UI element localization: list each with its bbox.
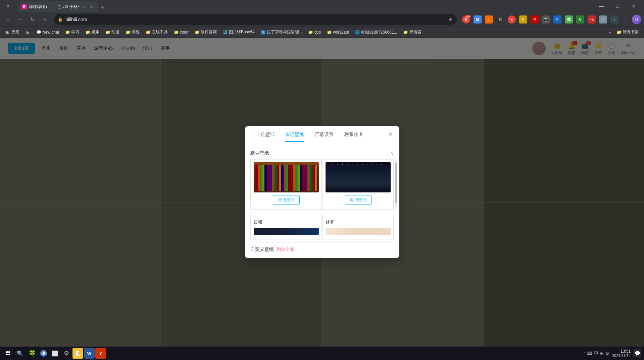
custom-wp-arrow-icon: › xyxy=(392,247,394,252)
apply-wallpaper-bookshelf-btn[interactable]: 应用壁纸 xyxy=(273,195,300,205)
ext-btn-3[interactable]: 1 xyxy=(484,14,494,25)
modal-scrollbar-thumb[interactable] xyxy=(395,163,397,203)
home-button[interactable]: ⌂ xyxy=(39,14,50,25)
minimize-button[interactable]: — xyxy=(594,0,609,12)
bookmark-software[interactable]: 📁 软件官网 xyxy=(192,28,219,36)
entertainment-folder-icon: 📁 xyxy=(85,30,90,35)
bookmark-all-label: 所有书签 xyxy=(623,29,639,35)
taskbar-search-button[interactable]: 🔍 xyxy=(15,348,26,359)
start-button[interactable] xyxy=(3,348,13,359)
tray-chevron[interactable]: ^ xyxy=(583,351,585,356)
back-button[interactable]: ← xyxy=(3,14,13,25)
bookmark-animation-label: 动漫 xyxy=(111,29,119,35)
ext-icon-10: 微 xyxy=(565,15,573,24)
ext-icon-7: R xyxy=(531,15,539,24)
ext-icon-9: P xyxy=(553,15,561,24)
apply-wallpaper-night-lake-btn[interactable]: 应用壁纸 xyxy=(345,195,371,205)
bookmark-study[interactable]: 📁 学习 xyxy=(62,28,82,36)
tray-grid-icon[interactable]: ⊞ xyxy=(600,351,604,356)
taskbar-app-chrome[interactable] xyxy=(38,348,49,359)
ext-btn-4[interactable]: Ⓜ xyxy=(495,14,506,25)
tray-clock[interactable]: 13:51 2024/11/14 xyxy=(612,349,631,358)
address-bar[interactable]: 🔒 bilibili.com ★ xyxy=(54,14,457,25)
star-button[interactable]: ★ xyxy=(448,17,453,22)
tab-screen-settings[interactable]: 屏蔽设置 xyxy=(309,126,339,142)
default-wallpaper-section-header[interactable]: 默认壁纸 ∨ xyxy=(250,147,394,159)
ext-btn-5[interactable]: ● xyxy=(506,14,517,25)
active-tab[interactable]: B 哔哩哔哩 ( ゜- ゜)つロ 干杯~-bi... ✕ xyxy=(17,1,98,12)
ext-btn-14[interactable]: ↑ xyxy=(609,14,620,25)
taskbar-app-sticky[interactable]: 📝 xyxy=(72,348,83,359)
tab-contact[interactable]: 联系作者 xyxy=(339,126,368,142)
close-button[interactable]: ✕ xyxy=(626,0,641,12)
bookmark-animation[interactable]: 📁 动漫 xyxy=(103,28,122,36)
animation-folder-icon: 📁 xyxy=(105,30,110,35)
tray-keyboard-icon[interactable]: ⌨ xyxy=(587,351,592,356)
ext-btn-8[interactable]: 📷 xyxy=(541,14,551,25)
bookmark-online-tools[interactable]: 📁 在线工具 xyxy=(143,28,170,36)
bookmark-cpp[interactable]: 📁 cpp xyxy=(306,29,324,36)
bookmark-zhida[interactable]: 知 拉丁字母与汉语现... xyxy=(258,28,305,36)
ext-btn-7[interactable]: R xyxy=(529,14,540,25)
zhida-icon: 知 xyxy=(261,30,265,35)
ext-icon-12: FE xyxy=(588,15,596,24)
forward-button[interactable]: → xyxy=(15,14,26,25)
refresh-button[interactable]: ↻ xyxy=(27,14,38,25)
ext-btn-10[interactable]: 微 xyxy=(563,14,574,25)
delete-all-btn[interactable]: 删除全部 xyxy=(277,246,294,253)
taskbar-app-settings[interactable]: ⚙ xyxy=(61,348,72,359)
tab-manage[interactable]: 管理壁纸 xyxy=(280,126,309,142)
bookmark-win32api[interactable]: 📁 win32api xyxy=(324,29,351,36)
bookmark-programming[interactable]: 📁 编程 xyxy=(123,28,142,36)
ext-btn-1[interactable]: B 9+ xyxy=(461,14,472,25)
profile-menu-btn[interactable]: ⬇ xyxy=(3,1,13,11)
wallpaper-grid: 应用壁纸 应用壁纸 xyxy=(250,159,394,210)
new-tab-button[interactable]: + xyxy=(98,3,107,12)
tab-upload[interactable]: 上传壁纸 xyxy=(250,126,280,142)
bookmark-color[interactable]: 📁 color xyxy=(171,29,191,36)
wallpaper-preview-bookshelf xyxy=(254,162,319,192)
wallpaper-name-row: 晨曦 林雾 xyxy=(250,215,394,239)
modal-close-btn[interactable]: ✕ xyxy=(386,129,395,139)
more-bookmarks-btn[interactable]: » xyxy=(606,28,613,36)
taskbar-app-clover[interactable]: 🍀 xyxy=(27,348,38,359)
ext-btn-2[interactable]: M xyxy=(472,14,483,25)
bookmark-apps-grid[interactable]: ⊟ xyxy=(23,29,33,36)
bookmark-img-base64-label: 图片转Base64 xyxy=(229,29,255,35)
ext-btn-12[interactable]: FE xyxy=(586,14,597,25)
bookmark-new-chat[interactable]: 💬 New chat xyxy=(34,29,62,36)
taskbar-app-youdao[interactable]: Y xyxy=(95,348,106,359)
bookmark-all[interactable]: 📁 所有书签 xyxy=(614,28,641,36)
ext-icon-11: V xyxy=(576,15,584,24)
bookmark-w020[interactable]: 🌐 W0201807256661... xyxy=(352,29,400,36)
tab-title: 哔哩哔哩 ( ゜- ゜)つロ 干杯~-bi... xyxy=(29,4,87,10)
bookmark-yiyu[interactable]: 📁 易语言 xyxy=(401,28,424,36)
tray-settings-icon[interactable]: ⚙ xyxy=(605,351,609,356)
bookmark-win32api-label: win32api xyxy=(333,30,349,35)
tray-notification-btn[interactable]: 💬 xyxy=(633,349,641,357)
tab-favicon: B xyxy=(21,4,27,9)
profile-avatar[interactable]: U xyxy=(632,15,641,24)
tray-lang-icon[interactable]: 中 xyxy=(594,350,598,356)
ext-icon-5: ● xyxy=(508,15,516,24)
bookmark-entertainment-label: 娱乐 xyxy=(91,29,99,35)
tab-upload-label: 上传壁纸 xyxy=(256,132,275,137)
bookmark-img-base64[interactable]: 🖼 图片转Base64 xyxy=(220,28,257,36)
ext-btn-11[interactable]: V xyxy=(575,14,586,25)
tray-time: 13:51 xyxy=(621,349,631,354)
study-folder-icon: 📁 xyxy=(65,30,70,35)
linwu-color-bar xyxy=(326,228,391,235)
bookmark-apps[interactable]: ⊞ 应用 xyxy=(3,28,22,36)
taskbar-app-word[interactable]: W xyxy=(84,348,95,359)
bookmark-yiyu-label: 易语言 xyxy=(409,29,422,35)
modal-overlay[interactable]: 上传壁纸 管理壁纸 屏蔽设置 联系作者 ✕ xyxy=(0,38,644,347)
ext-btn-9[interactable]: P xyxy=(552,14,563,25)
maximize-button[interactable]: □ xyxy=(610,0,625,12)
toolbar-icons: B 9+ M 1 Ⓜ ● F R 📷 xyxy=(461,14,641,25)
bookmark-entertainment[interactable]: 📁 娱乐 xyxy=(83,28,102,36)
tab-close-btn[interactable]: ✕ xyxy=(89,4,94,9)
ext-btn-13[interactable]: □ xyxy=(598,14,608,25)
extensions-btn[interactable]: ⋮ xyxy=(621,14,631,25)
taskbar-app-taskview[interactable]: ⬜ xyxy=(50,348,60,359)
ext-btn-6[interactable]: F xyxy=(518,14,529,25)
